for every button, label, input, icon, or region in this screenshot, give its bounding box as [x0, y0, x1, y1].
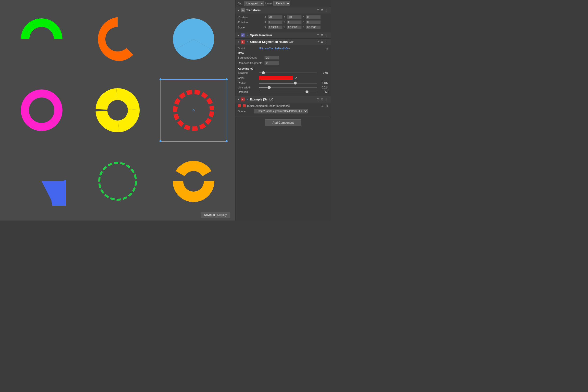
data-section-label: Data	[238, 50, 328, 55]
rotation-label-hb: Rotation	[238, 90, 258, 93]
add-component-button[interactable]: Add Component	[265, 119, 301, 126]
segment-count-row: Segment Count	[238, 55, 328, 60]
example-icon: E	[241, 98, 245, 102]
settings-icon[interactable]: ⚙	[320, 8, 324, 12]
linewidth-track[interactable]	[259, 87, 317, 88]
linewidth-row: Line Width 0.024	[238, 85, 328, 90]
segment-count-input[interactable]	[264, 56, 279, 60]
radius-thumb[interactable]	[294, 82, 297, 84]
hb-help-icon[interactable]: ?	[316, 40, 319, 44]
shader-label: Shader	[238, 110, 252, 113]
ex-help-icon[interactable]: ?	[316, 98, 319, 101]
health-bar-checkbox[interactable]: ✓	[246, 40, 249, 44]
tag-select[interactable]: Untagged	[244, 1, 264, 6]
position-row: Position X Y Z	[238, 14, 328, 20]
transform-body: Position X Y Z Rotation X Y Z Scale	[236, 14, 331, 32]
rotation-fill	[259, 92, 306, 92]
sprite-checkbox[interactable]: ✓	[246, 34, 249, 37]
script-value[interactable]: UltimateCircularHealthBar	[259, 47, 290, 50]
spacing-track[interactable]	[259, 72, 317, 73]
corner-handle-tr[interactable]	[226, 78, 228, 80]
corner-handle-bl[interactable]	[160, 140, 162, 142]
scale-row: Scale X Y Z	[238, 25, 328, 30]
scale-xyz: X Y Z	[264, 26, 321, 29]
radius-value: 0.407	[318, 82, 328, 84]
expand-icon3: ▼	[238, 41, 239, 43]
hb-more-icon[interactable]: ⋮	[325, 40, 329, 44]
sprite-renderer-header[interactable]: ▼ SR ✓ Sprite Renderer ? ⚙ ⋮	[236, 32, 331, 38]
position-label: Position	[238, 16, 262, 18]
rotation-track[interactable]	[259, 92, 317, 92]
shape-cell-blue-pie[interactable]	[157, 5, 230, 74]
instance-target-icon[interactable]: ◎	[322, 104, 324, 107]
shape-cell-pink-ring[interactable]	[5, 76, 78, 144]
rotation-thumb[interactable]	[306, 90, 308, 93]
pos-y-input[interactable]	[287, 15, 302, 19]
rot-y-input[interactable]	[287, 20, 302, 24]
pos-z-input[interactable]	[306, 15, 321, 19]
expand-icon: ▼	[238, 9, 239, 12]
ex-settings-icon[interactable]: ⚙	[320, 98, 324, 101]
transform-header[interactable]: ▼ ⊕ Transform ? ⚙ ⋮	[236, 7, 331, 14]
shape-cell-orange-c[interactable]	[81, 5, 154, 74]
corner-handle-br[interactable]	[226, 140, 228, 142]
shape-cell-yellow-ring[interactable]	[81, 76, 154, 144]
color-arrow[interactable]: ↗	[295, 76, 297, 80]
more-icon[interactable]: ⋮	[325, 8, 329, 12]
radius-track[interactable]	[259, 83, 317, 84]
health-bar-header[interactable]: ▼ C ✓ Circular Segmented Health Bar ? ⚙ …	[236, 39, 331, 45]
transform-title: Transform	[246, 8, 315, 12]
rotation-xyz: X Y Z	[264, 20, 321, 24]
color-row: Color ↗	[238, 75, 328, 81]
spacing-thumb[interactable]	[262, 71, 265, 74]
pos-x-input[interactable]	[268, 15, 282, 19]
radius-label: Radius	[238, 82, 258, 84]
rotation-value: 252	[318, 90, 328, 93]
script-target-icon[interactable]: ◎	[326, 47, 328, 50]
linewidth-value: 0.024	[318, 86, 328, 89]
shape-cell-green-thin[interactable]	[81, 147, 154, 216]
transform-header-icons: ? ⚙ ⋮	[316, 8, 329, 12]
example-body: radialSegmentedHealthBarInstance ◎ ⚙ Sha…	[236, 103, 331, 116]
sprite-settings-icon[interactable]: ⚙	[320, 34, 324, 37]
sprite-help-icon[interactable]: ?	[316, 34, 319, 37]
instance-gear-icon[interactable]: ⚙	[326, 104, 328, 107]
scale-z-input[interactable]	[306, 26, 321, 29]
ex-more-icon[interactable]: ⋮	[325, 98, 329, 101]
color-swatch[interactable]	[259, 76, 293, 80]
help-icon[interactable]: ?	[316, 8, 319, 12]
linewidth-thumb[interactable]	[268, 86, 271, 89]
sprite-more-icon[interactable]: ⋮	[325, 34, 329, 37]
shader-select[interactable]: Renge/RadialSegmentedHealthBarBuiltIn	[254, 109, 308, 114]
hb-settings-icon[interactable]: ⚙	[320, 40, 324, 44]
script-row: Script UltimateCircularHealthBar ◎	[238, 46, 328, 50]
linewidth-label: Line Width	[238, 86, 258, 89]
corner-handle-tl[interactable]	[160, 78, 162, 80]
example-script-header[interactable]: ▼ E ✓ Example (Script) ? ⚙ ⋮	[236, 96, 331, 103]
scale-x-input[interactable]	[268, 26, 282, 29]
inspector-panel: Tag Untagged Layer Default ▼ ⊕ Transform…	[235, 0, 331, 220]
shape-cell-green-arc[interactable]	[5, 5, 78, 74]
linewidth-fill	[259, 87, 268, 88]
sprite-icon: SR	[241, 33, 245, 37]
navmesh-button[interactable]: Navmesh Display	[201, 212, 230, 218]
health-bar-title: Circular Segmented Health Bar	[250, 40, 315, 44]
layer-label: Layer	[265, 2, 272, 5]
scale-y-input[interactable]	[287, 26, 302, 29]
expand-icon4: ▼	[238, 98, 239, 101]
expand-icon2: ▼	[238, 34, 239, 36]
rot-x-input[interactable]	[268, 20, 282, 24]
shape-cell-blue-pie2[interactable]	[5, 147, 78, 216]
shader-row: Shader Renge/RadialSegmentedHealthBarBui…	[238, 108, 328, 114]
scale-label: Scale	[238, 26, 262, 29]
layer-select[interactable]: Default	[274, 1, 290, 6]
removed-segments-row: Removed Segments	[238, 60, 328, 66]
segment-count-label: Segment Count	[238, 56, 262, 59]
center-handle[interactable]	[192, 109, 194, 111]
transform-icon: ⊕	[241, 8, 245, 12]
shape-cell-orange-arc[interactable]	[157, 147, 230, 216]
shape-cell-red-dashes[interactable]	[157, 76, 230, 144]
removed-segments-input[interactable]	[264, 61, 279, 65]
example-checkbox[interactable]: ✓	[246, 98, 249, 101]
rot-z-input[interactable]	[306, 20, 321, 24]
